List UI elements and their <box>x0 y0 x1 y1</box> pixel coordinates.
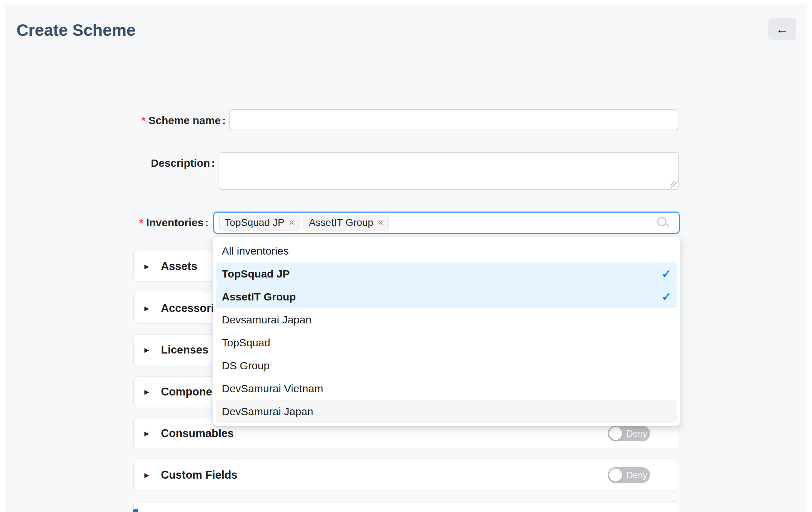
scheme-name-label: * Scheme name : <box>108 114 226 127</box>
create-scheme-page: Create Scheme ← * Scheme name : Descript… <box>0 0 812 512</box>
caret-right-icon: ▶ <box>144 472 152 478</box>
inventories-label: * Inventories : <box>90 216 209 229</box>
tag-label: AssetIT Group <box>309 217 373 228</box>
panel-title: Consumables <box>161 427 234 440</box>
option-label: Devsamurai Japan <box>222 314 311 326</box>
description-label: Description : <box>97 157 215 170</box>
caret-right-icon: ▶ <box>144 431 152 437</box>
panel-title: Custom Fields <box>161 469 238 482</box>
dropdown-option-devsamurai-vietnam[interactable]: DevSamurai Vietnam <box>216 377 677 400</box>
deny-toggle[interactable]: Deny <box>608 467 650 483</box>
dropdown-option-topsquad[interactable]: TopSquad <box>216 331 677 354</box>
required-asterisk: * <box>142 114 146 127</box>
description-field-wrap <box>219 152 679 190</box>
inventories-dropdown: All inventories TopSquad JP ✓ AssetIT Gr… <box>213 237 680 426</box>
inventories-multiselect[interactable]: TopSquad JP × AssetIT Group × <box>213 212 680 234</box>
back-arrow-icon: ← <box>776 23 789 35</box>
required-asterisk: * <box>139 216 143 229</box>
option-label: DevSamurai Japan <box>222 406 313 418</box>
toggle-label: Deny <box>626 426 647 441</box>
panel-custom-fields[interactable]: ▶ Custom Fields Deny <box>133 460 678 490</box>
option-label: DS Group <box>222 360 269 372</box>
scheme-name-label-text: Scheme name <box>148 114 221 127</box>
panel-title: Assets <box>161 260 197 273</box>
dropdown-option-topsquad-jp[interactable]: TopSquad JP ✓ <box>216 262 677 285</box>
caret-right-icon: ▶ <box>144 264 152 270</box>
option-label: DevSamurai Vietnam <box>222 383 323 395</box>
selected-tag: TopSquad JP × <box>219 215 300 231</box>
caret-right-icon: ▶ <box>144 389 152 395</box>
dropdown-option-devsamurai-japan[interactable]: Devsamurai Japan <box>216 308 677 331</box>
check-icon: ✓ <box>661 291 671 303</box>
panel-title: Licenses <box>161 343 209 356</box>
option-label: All inventories <box>222 245 289 257</box>
scheme-name-input[interactable] <box>229 109 678 131</box>
page-title: Create Scheme <box>16 20 135 40</box>
tag-label: TopSquad JP <box>225 217 285 228</box>
dropdown-option-ds-group[interactable]: DS Group <box>216 354 677 377</box>
deny-toggle[interactable]: Deny <box>608 426 650 441</box>
search-icon <box>657 217 667 226</box>
option-label: TopSquad <box>222 337 270 349</box>
caret-right-icon: ▶ <box>144 347 152 353</box>
dropdown-option-devsamurai-japan-2[interactable]: DevSamurai Japan <box>216 400 677 423</box>
toggle-knob <box>609 427 622 440</box>
tag-remove-icon[interactable]: × <box>378 218 383 228</box>
inventories-label-text: Inventories <box>146 216 204 229</box>
option-label: TopSquad JP <box>222 268 290 280</box>
description-textarea[interactable] <box>219 152 679 190</box>
option-label: AssetIT Group <box>222 291 296 303</box>
dropdown-option-all-inventories[interactable]: All inventories <box>216 240 677 262</box>
inventories-colon: : <box>205 216 209 229</box>
back-button[interactable]: ← <box>768 18 796 40</box>
selected-tag: AssetIT Group × <box>304 215 389 231</box>
caret-right-icon: ▶ <box>144 305 152 312</box>
description-colon: : <box>211 157 215 170</box>
toggle-knob <box>609 469 622 482</box>
check-icon: ✓ <box>661 268 671 280</box>
tag-remove-icon[interactable]: × <box>289 218 295 228</box>
description-label-text: Description <box>151 157 210 170</box>
toggle-label: Deny <box>626 467 647 483</box>
scheme-name-colon: : <box>222 114 226 127</box>
panel-partial[interactable] <box>133 501 678 512</box>
partial-blue-element <box>133 509 138 512</box>
dropdown-option-assetit-group[interactable]: AssetIT Group ✓ <box>216 285 677 308</box>
